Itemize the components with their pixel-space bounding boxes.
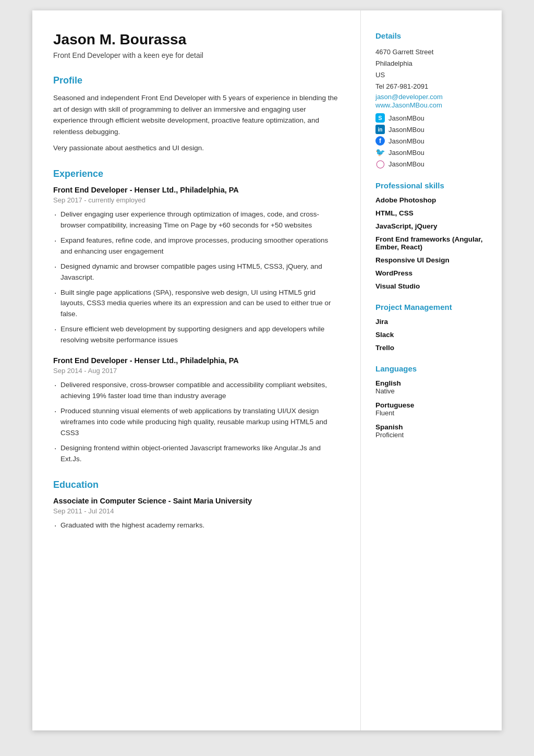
bullet-item: Designed dynamic and browser compatible … [53, 261, 342, 283]
job-1-date: Sep 2017 - currently employed [53, 196, 342, 204]
candidate-subtitle: Front End Developer with a keen eye for … [53, 51, 342, 59]
bullet-item: Produced stunning visual elements of web… [53, 406, 342, 439]
website-link[interactable]: www.JasonMBou.com [375, 101, 442, 109]
language-spanish: Spanish Proficient [375, 423, 487, 439]
social-instagram: ◯ JasonMBou [375, 159, 487, 169]
social-facebook: f JasonMBou [375, 136, 487, 146]
pm-section-title: Project Management [375, 303, 487, 311]
twitter-handle: JasonMBou [389, 149, 424, 157]
job-1-bullets: Deliver engaging user experience through… [53, 209, 342, 346]
job-2: Front End Developer - Henser Ltd., Phila… [53, 356, 342, 464]
bullet-item: Built single page applications (SPA), re… [53, 287, 342, 320]
bullet-item: Designing frontend within object-oriente… [53, 443, 342, 465]
skill-item: Adobe Photoshop [375, 196, 487, 204]
degree-date: Sep 2011 - Jul 2014 [53, 507, 342, 515]
address-line2: Philadelphia [375, 58, 487, 69]
skills-list: Adobe Photoshop HTML, CSS JavaScript, jQ… [375, 196, 487, 290]
skype-handle: JasonMBou [389, 114, 424, 122]
job-2-date: Sep 2014 - Aug 2017 [53, 367, 342, 375]
degree-title: Associate in Computer Science - Saint Ma… [53, 497, 342, 505]
twitter-icon: 🐦 [375, 148, 385, 157]
languages-section-title: Languages [375, 364, 487, 373]
bullet-item: Deliver engaging user experience through… [53, 209, 342, 231]
lang-level: Fluent [375, 409, 487, 417]
job-2-bullets: Delivered responsive, cross-browser comp… [53, 380, 342, 464]
experience-section-title: Experience [53, 169, 342, 179]
pm-item: Trello [375, 344, 487, 352]
skill-item: Visual Studio [375, 282, 487, 290]
address-line3: US [375, 69, 487, 81]
details-block: 4670 Garrett Street Philadelphia US Tel … [375, 46, 487, 169]
skill-item: Responsive UI Design [375, 256, 487, 264]
education-bullets: Graduated with the highest academy remar… [53, 520, 342, 531]
skill-item: JavaScript, jQuery [375, 222, 487, 230]
social-skype: S JasonMBou [375, 113, 487, 123]
instagram-icon: ◯ [375, 159, 385, 169]
bullet-item: Graduated with the highest academy remar… [53, 520, 342, 531]
job-1-title: Front End Developer - Henser Ltd., Phila… [53, 186, 342, 194]
skill-item: WordPress [375, 269, 487, 277]
job-2-title: Front End Developer - Henser Ltd., Phila… [53, 356, 342, 365]
education-entry-1: Associate in Computer Science - Saint Ma… [53, 497, 342, 531]
skill-item: HTML, CSS [375, 209, 487, 217]
details-section-title: Details [375, 31, 487, 40]
profile-paragraph-2: Very passionate about aesthetics and UI … [53, 142, 342, 154]
bullet-item: Expand features, refine code, and improv… [53, 235, 342, 257]
languages-list: English Native Portuguese Fluent Spanish… [375, 379, 487, 439]
lang-name: Portuguese [375, 401, 487, 409]
linkedin-handle: JasonMBou [389, 126, 424, 134]
side-column: Details 4670 Garrett Street Philadelphia… [361, 10, 502, 730]
pm-item: Slack [375, 331, 487, 339]
bullet-item: Delivered responsive, cross-browser comp… [53, 380, 342, 402]
education-section-title: Education [53, 479, 342, 490]
job-1: Front End Developer - Henser Ltd., Phila… [53, 186, 342, 346]
skype-icon: S [375, 113, 385, 123]
resume-page: Jason M. Bourassa Front End Developer wi… [32, 10, 502, 730]
pm-list: Jira Slack Trello [375, 318, 487, 352]
social-linkedin: in JasonMBou [375, 125, 487, 134]
language-portuguese: Portuguese Fluent [375, 401, 487, 417]
lang-name: English [375, 379, 487, 387]
facebook-icon: f [375, 136, 385, 146]
candidate-name: Jason M. Bourassa [53, 31, 342, 48]
linkedin-icon: in [375, 125, 385, 134]
tel: Tel 267-981-2091 [375, 81, 487, 92]
instagram-handle: JasonMBou [389, 160, 424, 168]
pm-item: Jira [375, 318, 487, 326]
social-twitter: 🐦 JasonMBou [375, 148, 487, 157]
email-link[interactable]: jason@developer.com [375, 93, 443, 101]
main-column: Jason M. Bourassa Front End Developer wi… [32, 10, 361, 730]
lang-level: Native [375, 387, 487, 395]
profile-section-title: Profile [53, 75, 342, 86]
language-english: English Native [375, 379, 487, 395]
facebook-handle: JasonMBou [389, 137, 424, 145]
address-line1: 4670 Garrett Street [375, 46, 487, 58]
lang-level: Proficient [375, 431, 487, 439]
skill-item: Front End frameworks (Angular, Ember, Re… [375, 235, 487, 251]
bullet-item: Ensure efficient web development by supp… [53, 324, 342, 346]
lang-name: Spanish [375, 423, 487, 431]
social-links: S JasonMBou in JasonMBou f JasonMBou 🐦 J… [375, 113, 487, 169]
profile-paragraph-1: Seasoned and independent Front End Devel… [53, 92, 342, 137]
skills-section-title: Professional skills [375, 181, 487, 190]
